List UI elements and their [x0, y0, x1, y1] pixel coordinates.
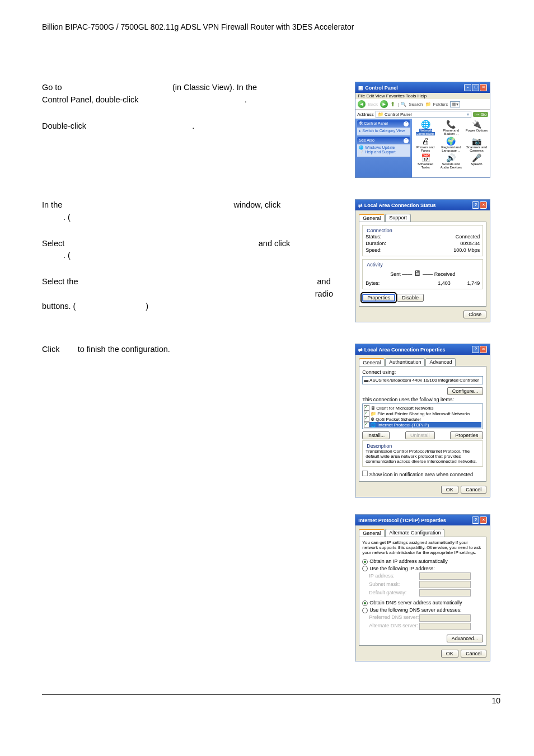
page-footer: 10 [42, 694, 500, 705]
maximize-icon[interactable]: □ [472, 84, 479, 91]
speed-label: Speed: [366, 247, 382, 253]
ok-button[interactable]: OK [441, 486, 458, 494]
speech-icon[interactable]: 🎤Speech [465, 153, 489, 169]
obtain-ip-label: Obtain an IP address automatically [369, 558, 447, 564]
ok-button[interactable]: OK [441, 650, 458, 658]
nic-icon: ▬ [364, 378, 368, 383]
close-icon[interactable]: × [480, 201, 487, 209]
computers-icon: 🖥 [414, 269, 421, 278]
search-icon[interactable]: 🔍 [401, 102, 406, 107]
use-dns-radio[interactable] [362, 608, 368, 613]
uses-label: This connection uses the following items… [362, 397, 483, 402]
description-text: Transmission Control Protocol/Internet P… [366, 449, 480, 464]
icon-grid: 🌐Network Connections 📞Phone and Modem ..… [412, 119, 490, 177]
bytes-label: Bytes: [366, 280, 380, 286]
minimize-icon[interactable]: - [464, 84, 471, 91]
checkbox-icon[interactable] [364, 411, 369, 416]
collapse-icon[interactable]: ⌃ [404, 138, 409, 143]
use-dns-label: Use the following DNS server addresses: [369, 607, 461, 613]
window-title: ▣Control Panel [358, 85, 398, 91]
window-buttons[interactable]: ?× [471, 346, 487, 353]
client-icon: 🖥 [371, 406, 375, 411]
regional-icon[interactable]: 🌍Regional and Language ... [439, 137, 463, 152]
recv-label: Received [434, 271, 456, 277]
printers-icon[interactable]: 🖨Printers and Faxes [413, 137, 438, 152]
window-buttons[interactable]: -□× [463, 84, 487, 91]
status-icon: ⇄ [358, 347, 363, 353]
share-icon: 📁 [371, 411, 376, 416]
up-icon[interactable]: ⬆ [390, 101, 395, 108]
collapse-icon[interactable]: ⌃ [404, 121, 409, 126]
advanced-button[interactable]: Advanced... [447, 635, 484, 642]
gateway-label: Default gateway: [369, 590, 419, 595]
list-item-tcpip[interactable]: 🌐 Internet Protocol (TCP/IP) [364, 422, 481, 428]
help-icon[interactable]: ? [472, 346, 479, 353]
txt: Double-click [42, 121, 86, 130]
checkbox-icon[interactable] [364, 416, 369, 422]
close-icon[interactable]: × [480, 84, 487, 91]
titlebar[interactable]: ⇄ Local Area Connection Properties ?× [355, 344, 490, 355]
cancel-button[interactable]: Cancel [461, 486, 486, 494]
forward-icon[interactable]: ► [380, 100, 388, 108]
checkbox-icon[interactable] [364, 405, 369, 411]
address-bar: Address 📁 Control Panel ▾ → Go [355, 110, 490, 119]
tab-alternate[interactable]: Alternate Configuration [385, 529, 444, 537]
switch-link[interactable]: ▸ Switch to Category View [359, 129, 405, 133]
tab-general[interactable]: General [359, 529, 385, 537]
network-connections-icon[interactable]: 🌐Network Connections [413, 120, 438, 135]
obtain-dns-radio[interactable] [362, 600, 368, 606]
configure-button[interactable]: Configure... [447, 387, 484, 395]
cancel-button[interactable]: Cancel [461, 650, 486, 658]
menu-bar[interactable]: File Edit View Favorites Tools Help [355, 93, 490, 99]
txt: Select the [42, 277, 78, 286]
tab-general[interactable]: General [359, 214, 385, 222]
back-icon[interactable]: ◄ [358, 100, 366, 108]
power-options-icon[interactable]: 🔌Power Options [465, 120, 489, 135]
properties-button[interactable]: Properties [450, 431, 483, 439]
folders-icon[interactable]: 📁 [425, 102, 431, 107]
properties-button[interactable]: Properties [362, 294, 395, 302]
items-list[interactable]: 🖥 Client for Microsoft Networks 📁 File a… [362, 403, 483, 429]
go-button[interactable]: → Go [473, 112, 488, 117]
toolbar[interactable]: ◄ Back ► ⬆ | 🔍Search 📁Folders ▦▾ [355, 99, 490, 110]
views-icon[interactable]: ▦▾ [450, 101, 460, 107]
back-label: Back [368, 102, 378, 107]
sounds-icon[interactable]: 🔊Sounds and Audio Devices [439, 153, 463, 169]
titlebar[interactable]: ▣Control Panel -□× [355, 82, 490, 93]
tab-auth[interactable]: Authentication [385, 358, 425, 366]
address-field[interactable]: 📁 Control Panel ▾ [376, 111, 472, 118]
tab-advanced[interactable]: Advanced [425, 358, 456, 366]
help-icon[interactable]: ? [472, 201, 479, 209]
ip-field [419, 572, 471, 580]
tab-support[interactable]: Support [385, 214, 411, 222]
disable-button[interactable]: Disable [397, 294, 424, 302]
txt: and [317, 277, 331, 286]
install-button[interactable]: Install... [362, 431, 390, 439]
use-ip-radio[interactable] [362, 566, 368, 571]
control-panel-window: ▣Control Panel -□× File Edit View Favori… [355, 82, 490, 178]
help-icon[interactable]: ? [472, 516, 479, 524]
titlebar[interactable]: ⇄ Local Area Connection Status ?× [355, 200, 490, 210]
tab-general[interactable]: General [359, 358, 385, 366]
bytes-sent: 1,403 [438, 280, 451, 286]
close-button[interactable]: Close [463, 311, 486, 318]
close-icon[interactable]: × [480, 346, 487, 353]
speed-value: 100.0 Mbps [453, 247, 480, 253]
scanners-icon[interactable]: 📷Scanners and Cameras [465, 137, 489, 152]
window-buttons[interactable]: ?× [471, 516, 487, 524]
list-item[interactable]: 🖥 Client for Microsoft Networks [364, 405, 481, 411]
scheduled-icon[interactable]: 📅Scheduled Tasks [413, 153, 438, 169]
obtain-ip-radio[interactable] [362, 559, 368, 565]
list-item[interactable]: 📁 File and Printer Sharing for Microsoft… [364, 411, 481, 416]
txt: Go to [42, 83, 62, 92]
phone-modem-icon[interactable]: 📞Phone and Modem ... [439, 120, 463, 135]
titlebar[interactable]: Internet Protocol (TCP/IP) Properties ?× [355, 515, 490, 525]
window-buttons[interactable]: ?× [471, 201, 487, 209]
list-item[interactable]: ⚙ QoS Packet Scheduler [364, 416, 481, 422]
status-icon: ⇄ [358, 203, 363, 208]
checkbox-icon[interactable] [364, 422, 369, 428]
show-icon-checkbox[interactable] [362, 471, 368, 476]
close-icon[interactable]: × [480, 516, 487, 524]
help-link[interactable]: ❔ Help and Support [359, 150, 409, 154]
wu-link[interactable]: 🌐 Windows Update [359, 145, 409, 150]
